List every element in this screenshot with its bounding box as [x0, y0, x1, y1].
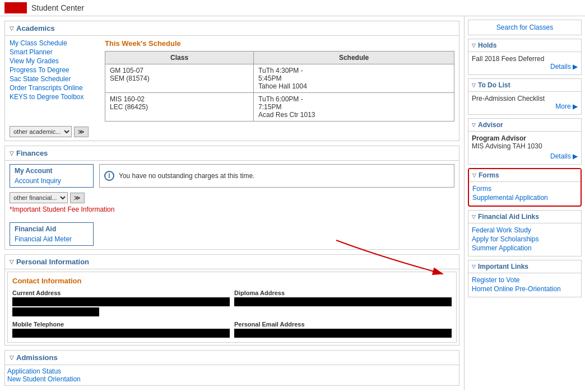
class-cell-2: MIS 160-02LEC (86425) — [105, 93, 254, 122]
forms-title: Forms — [479, 171, 499, 179]
new-student-orientation-link[interactable]: New Student Orientation — [7, 375, 81, 383]
mobile-phone-value — [12, 329, 230, 338]
academics-links-col: My Class Schedule Smart Planner View My … — [10, 39, 94, 122]
advisor-section: ▽ Advisor Program Advisor MIS Advising T… — [468, 118, 582, 165]
academics-nav-links: My Class Schedule Smart Planner View My … — [10, 39, 94, 101]
admissions-body: Application Status New Student Orientati… — [5, 365, 459, 385]
holds-header: ▽ Holds — [468, 39, 581, 52]
class-cell-1: GM 105-07SEM (81574) — [105, 64, 254, 93]
todo-header: ▽ To Do List — [468, 79, 581, 92]
email-label: Personal Email Address — [234, 321, 452, 328]
holds-text: Fall 2018 Fees Deferred — [472, 55, 544, 63]
academics-header: ▽ Academics — [5, 21, 459, 36]
financial-aid-links-section: ▽ Financial Aid Links Federal Work Study… — [468, 210, 582, 256]
hornet-online-link[interactable]: Hornet Online Pre-Orientation — [472, 285, 578, 293]
view-my-grades-link[interactable]: View My Grades — [10, 57, 94, 65]
advisor-details-link[interactable]: Details ▶ — [550, 152, 578, 160]
smart-planner-link[interactable]: Smart Planner — [10, 48, 94, 56]
important-links-triangle: ▽ — [472, 264, 476, 269]
sac-state-scheduler-link[interactable]: Sac State Scheduler — [10, 75, 94, 83]
personal-info-panel: ▽ Personal Information Contact Informati… — [4, 254, 459, 346]
financial-aid-row: Financial Aid Financial Aid Meter — [10, 218, 454, 246]
forms-body: Forms Supplemental Application — [469, 182, 581, 206]
forms-link[interactable]: Forms — [472, 185, 577, 193]
my-class-schedule-link[interactable]: My Class Schedule — [10, 39, 94, 47]
finances-title: Finances — [16, 149, 48, 157]
main-content: ▽ Academics My Class Schedule Smart Plan… — [0, 16, 465, 390]
application-status-link[interactable]: Application Status — [7, 367, 61, 375]
finances-header: ▽ Finances — [5, 146, 459, 161]
holds-triangle: ▽ — [472, 43, 476, 48]
contact-grid: Current Address Diploma Address Mobile T… — [12, 290, 452, 338]
sidebar: Search for Classes ▽ Holds Fall 2018 Fee… — [465, 16, 585, 390]
personal-info-body: Contact Information Current Address Dipl… — [5, 269, 459, 345]
personal-info-triangle: ▽ — [10, 259, 14, 265]
my-account-title: My Account — [15, 167, 89, 175]
charges-box: i You have no outstanding charges at thi… — [99, 164, 454, 188]
email-group: Personal Email Address — [234, 321, 452, 338]
finances-go-button[interactable]: ≫ — [70, 193, 85, 203]
academics-dropdown[interactable]: other academic... — [10, 126, 72, 137]
schedule-title: This Week's Schedule — [105, 39, 454, 48]
finances-dropdown-row: other financial... ≫ — [10, 192, 454, 203]
keys-to-degree-link[interactable]: KEYS to Degree Toolbox — [10, 93, 94, 101]
admissions-title: Admissions — [16, 353, 58, 362]
info-icon: i — [104, 171, 114, 181]
current-address-value-2 — [12, 307, 99, 316]
mobile-phone-group: Mobile Telephone — [12, 321, 230, 338]
mobile-phone-label: Mobile Telephone — [12, 321, 230, 328]
important-links-body: Register to Vote Hornet Online Pre-Orien… — [468, 273, 581, 297]
important-fee-link[interactable]: *Important Student Fee Information — [10, 206, 114, 213]
advisor-title: Advisor — [478, 121, 503, 129]
federal-work-study-link[interactable]: Federal Work Study — [472, 226, 578, 234]
current-address-label: Current Address — [12, 290, 230, 296]
holds-details-link[interactable]: Details ▶ — [550, 63, 578, 71]
account-inquiry-link[interactable]: Account Inquiry — [15, 177, 61, 185]
important-links-title: Important Links — [478, 263, 528, 270]
apply-for-scholarships-link[interactable]: Apply for Scholarships — [472, 235, 578, 243]
header: Student Center — [0, 0, 585, 16]
todo-text: Pre-Admission Checklist — [472, 95, 545, 102]
finances-dropdown[interactable]: other financial... — [10, 192, 68, 203]
todo-more-link[interactable]: More ▶ — [555, 102, 578, 110]
my-account-box: My Account Account Inquiry — [10, 164, 94, 188]
supplemental-application-link[interactable]: Supplemental Application — [472, 194, 577, 202]
academics-title: Academics — [16, 24, 55, 32]
academics-triangle: ▽ — [10, 25, 14, 31]
table-row: MIS 160-02LEC (86425) TuTh 6:00PM -7:15P… — [105, 93, 454, 122]
header-logo — [4, 2, 27, 13]
charges-message: You have no outstanding charges at this … — [119, 172, 254, 180]
academics-body: My Class Schedule Smart Planner View My … — [5, 36, 459, 141]
financial-aid-title: Financial Aid — [15, 225, 89, 233]
header-title: Student Center — [31, 3, 84, 12]
todo-triangle: ▽ — [472, 82, 476, 88]
table-row: GM 105-07SEM (81574) TuTh 4:30PM -5:45PM… — [105, 64, 454, 93]
email-value — [234, 329, 452, 338]
academics-go-button[interactable]: ≫ — [74, 127, 89, 137]
current-address-value — [12, 297, 230, 306]
academics-dropdown-row: other academic... ≫ — [10, 126, 454, 137]
financial-aid-meter-link[interactable]: Financial Aid Meter — [15, 235, 72, 243]
search-classes-link[interactable]: Search for Classes — [496, 24, 553, 31]
advisor-body: Program Advisor MIS Advising TAH 1030 De… — [468, 132, 581, 164]
advisor-program-label: Program Advisor — [472, 134, 578, 142]
forms-section: ▽ Forms Forms Supplemental Application — [468, 168, 582, 207]
important-links-header: ▽ Important Links — [468, 260, 581, 273]
progress-to-degree-link[interactable]: Progress To Degree — [10, 66, 94, 74]
register-to-vote-link[interactable]: Register to Vote — [472, 276, 578, 284]
financial-aid-box: Financial Aid Financial Aid Meter — [10, 222, 94, 246]
important-links-section: ▽ Important Links Register to Vote Horne… — [468, 260, 582, 297]
academics-panel: ▽ Academics My Class Schedule Smart Plan… — [4, 21, 459, 141]
financial-aid-links-header: ▽ Financial Aid Links — [468, 211, 581, 223]
summer-application-link[interactable]: Summer Application — [472, 244, 578, 252]
holds-body: Fall 2018 Fees Deferred Details ▶ — [468, 52, 581, 74]
diploma-address-label: Diploma Address — [234, 290, 452, 296]
todo-body: Pre-Admission Checklist More ▶ — [468, 92, 581, 114]
todo-title: To Do List — [478, 81, 510, 89]
order-transcripts-link[interactable]: Order Transcripts Online — [10, 84, 94, 92]
main-container: ▽ Academics My Class Schedule Smart Plan… — [0, 16, 585, 390]
finances-body: My Account Account Inquiry i You have no… — [5, 161, 459, 249]
admissions-triangle: ▽ — [10, 354, 14, 361]
financial-aid-links-body: Federal Work Study Apply for Scholarship… — [468, 223, 581, 256]
schedule-cell-1: TuTh 4:30PM -5:45PMTahoe Hall 1004 — [254, 64, 454, 93]
